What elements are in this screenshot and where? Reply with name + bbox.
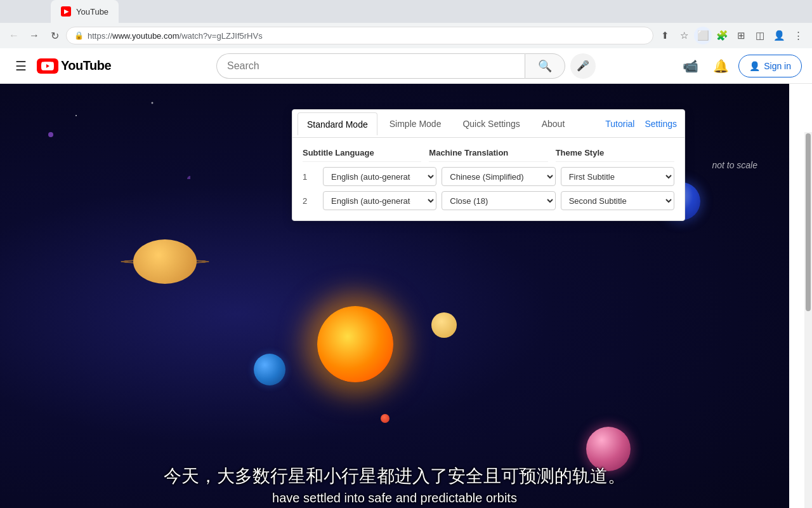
forward-button[interactable]: → bbox=[25, 27, 43, 44]
share-button[interactable]: ⬆ bbox=[656, 27, 674, 44]
row-2: 2 English (auto-generated) English Chine… bbox=[303, 191, 674, 210]
scrollbar-thumb[interactable] bbox=[806, 133, 811, 311]
profile-button[interactable]: ⊞ bbox=[732, 27, 750, 44]
toolbar-actions: ⬆ ☆ ⬜ 🧩 ⊞ ◫ 👤 ⋮ bbox=[656, 27, 807, 44]
active-tab[interactable]: ▶ YouTube bbox=[51, 0, 119, 23]
row-1-theme-style-select[interactable]: First Subtitle Second Subtitle Classic bbox=[561, 167, 674, 186]
tab-standard-label: Standard Mode bbox=[307, 119, 368, 130]
row-1-num: 1 bbox=[303, 172, 318, 182]
address-bar[interactable]: 🔒 https://www.youtube.com/watch?v=gLZJIf… bbox=[66, 27, 653, 44]
tab-about-label: About bbox=[542, 119, 565, 129]
tab-quick-settings[interactable]: Quick Settings bbox=[453, 112, 529, 135]
subtitle-overlay: 今天，大多数行星和小行星都进入了安全且可预测的轨道。 have settled … bbox=[0, 464, 789, 505]
svg-point-30 bbox=[75, 115, 77, 116]
search-button[interactable]: 🔍 bbox=[525, 53, 565, 79]
youtube-logo-text: YouTube bbox=[61, 58, 111, 73]
row-2-num: 2 bbox=[303, 196, 318, 206]
extension-button[interactable]: ⬜ bbox=[694, 27, 712, 44]
subtitle-english: have settled into safe and predictable o… bbox=[38, 491, 751, 505]
split-button[interactable]: ◫ bbox=[751, 27, 769, 44]
video-create-button[interactable]: 📹 bbox=[678, 53, 703, 79]
browser-toolbar: ← → ↻ 🔒 https://www.youtube.com/watch?v=… bbox=[0, 23, 812, 48]
tab-about[interactable]: About bbox=[532, 112, 575, 135]
tab-quick-label: Quick Settings bbox=[462, 119, 520, 129]
url-text: https://www.youtube.com/watch?v=gLZJIf5r… bbox=[88, 31, 263, 41]
saturn-planet bbox=[133, 239, 197, 284]
video-controls: ▶ ⏭ 🔊 1:34 / 9:45 CC HD ⚙ ⊟ ▭ ⛶ bbox=[0, 505, 789, 508]
header-theme-style: Theme Style bbox=[556, 148, 674, 162]
reload-button[interactable]: ↻ bbox=[46, 27, 63, 44]
lock-icon: 🔒 bbox=[74, 31, 84, 40]
browser-chrome: ▶ YouTube ← → ↻ 🔒 https://www.youtube.co… bbox=[0, 0, 812, 48]
row-1-machine-translation-select[interactable]: Chinese (Simplified) English Japanese No… bbox=[442, 167, 555, 186]
row-2-machine-translation-select[interactable]: Close (18) Chinese (Simplified) English … bbox=[442, 191, 555, 210]
svg-point-1 bbox=[48, 132, 53, 137]
youtube-header: ☰ YouTube 🔍 🎤 📹 🔔 👤 Sign in bbox=[0, 48, 812, 84]
earth-planet bbox=[254, 354, 285, 385]
hamburger-button[interactable]: ☰ bbox=[10, 53, 32, 79]
back-button[interactable]: ← bbox=[5, 27, 23, 44]
search-form: 🔍 bbox=[216, 53, 565, 79]
row-2-subtitle-language-select[interactable]: English (auto-generated) English Chinese… bbox=[323, 191, 436, 210]
notifications-button[interactable]: 🔔 bbox=[708, 53, 733, 79]
tab-favicon: ▶ bbox=[61, 6, 71, 17]
sign-in-label: Sign in bbox=[764, 61, 791, 71]
url-prefix: https:// bbox=[88, 31, 112, 41]
url-path: /watch?v=gLZJIf5rHVs bbox=[180, 31, 263, 41]
red-asteroid bbox=[381, 414, 390, 423]
search-input[interactable] bbox=[216, 53, 525, 79]
tutorial-link[interactable]: Tutorial bbox=[603, 114, 637, 134]
subtitle-chinese: 今天，大多数行星和小行星都进入了安全且可预测的轨道。 bbox=[38, 464, 751, 488]
tab-simple-label: Simple Mode bbox=[390, 119, 442, 129]
header-subtitle-language: Subtitle Language bbox=[303, 148, 421, 162]
youtube-logo-icon bbox=[37, 58, 58, 74]
bookmark-button[interactable]: ☆ bbox=[675, 27, 693, 44]
saturn-body bbox=[133, 239, 197, 284]
row-1-subtitle-language-select[interactable]: English (auto-generated) English Chinese… bbox=[323, 167, 436, 186]
tab-standard-mode[interactable]: Standard Mode bbox=[298, 112, 377, 135]
svg-point-31 bbox=[152, 102, 154, 104]
youtube-play-icon bbox=[41, 62, 54, 70]
purple-particles bbox=[0, 84, 190, 179]
header-machine-translation: Machine Translation bbox=[429, 148, 547, 162]
tab-title: YouTube bbox=[76, 7, 108, 17]
sign-in-icon: 👤 bbox=[749, 61, 760, 71]
popup-grid: Subtitle Language Machine Translation Th… bbox=[303, 148, 674, 162]
mic-button[interactable]: 🎤 bbox=[570, 53, 596, 79]
menu-button[interactable]: ⋮ bbox=[789, 27, 807, 44]
popup-tab-right: Tutorial Settings bbox=[603, 114, 679, 134]
row-1: 1 English (auto-generated) English Chine… bbox=[303, 167, 674, 186]
svg-point-3 bbox=[187, 176, 190, 179]
puzzle-button[interactable]: 🧩 bbox=[713, 27, 731, 44]
popup-body: Subtitle Language Machine Translation Th… bbox=[292, 138, 684, 220]
browser-tabs: ▶ YouTube bbox=[0, 0, 812, 23]
youtube-logo[interactable]: YouTube bbox=[37, 58, 111, 74]
scrollbar[interactable] bbox=[804, 132, 812, 508]
url-domain: www.youtube.com bbox=[112, 31, 180, 41]
not-to-scale-label: not to scale bbox=[712, 160, 757, 170]
extension-popup: Standard Mode Simple Mode Quick Settings… bbox=[292, 109, 685, 221]
right-actions: 📹 🔔 👤 Sign in bbox=[662, 53, 802, 79]
sign-in-button[interactable]: 👤 Sign in bbox=[738, 55, 802, 77]
settings-link[interactable]: Settings bbox=[642, 114, 679, 134]
main-content: not to scale 今天，大多数行星和小行星都进入了安全且可预测的轨道。 … bbox=[0, 84, 812, 508]
popup-tabs: Standard Mode Simple Mode Quick Settings… bbox=[292, 110, 684, 138]
row-2-theme-style-select[interactable]: First Subtitle Second Subtitle Classic bbox=[561, 191, 674, 210]
logo-area: ☰ YouTube bbox=[10, 53, 150, 79]
account-button[interactable]: 👤 bbox=[770, 27, 788, 44]
sun bbox=[317, 306, 393, 382]
yellow-planet bbox=[431, 312, 457, 338]
search-area: 🔍 🎤 bbox=[150, 53, 662, 79]
tab-simple-mode[interactable]: Simple Mode bbox=[380, 112, 451, 135]
